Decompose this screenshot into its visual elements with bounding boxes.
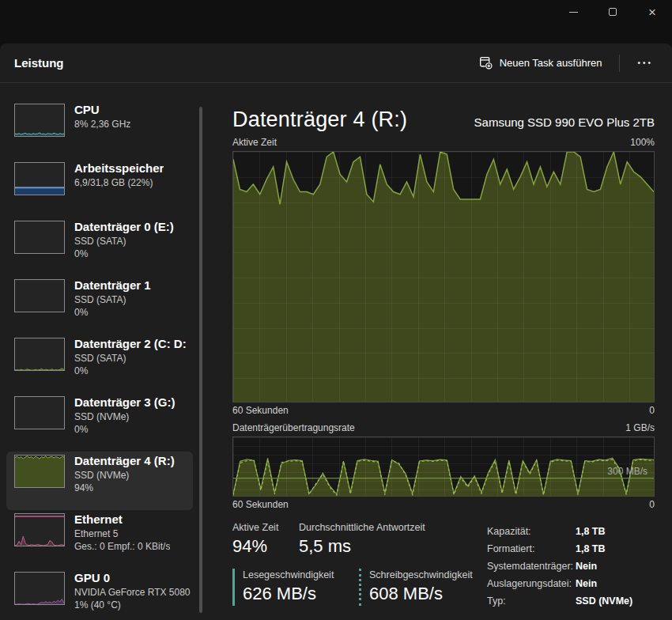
disk1-mini-chart <box>14 279 65 312</box>
sidebar-item-sub1: SSD (SATA) <box>74 293 151 306</box>
sidebar-item-title: Datenträger 2 (C: D: <box>74 336 187 352</box>
sidebar-item-sub1: SSD (SATA) <box>74 352 187 365</box>
chart1-x-left: 60 Sekunden <box>232 405 289 418</box>
chart2-max-label: 1 GB/s <box>625 422 655 435</box>
sidebar-item-title: GPU 0 <box>74 570 191 586</box>
chart1-max-label: 100% <box>630 137 655 149</box>
content-area: CPU 8% 2,36 GHz Arbeitsspeicher 6,9/31,8… <box>0 83 672 619</box>
disk-detail-panel: Datenträger 4 (R:) Samsung SSD 990 EVO P… <box>212 83 672 619</box>
gpu-mini-chart <box>14 572 65 605</box>
sidebar-item-sub2: 0% <box>74 423 176 436</box>
disk2-mini-chart <box>14 338 65 371</box>
disk3-mini-chart <box>14 396 65 429</box>
cpu-mini-chart <box>14 104 65 137</box>
disk0-mini-chart <box>14 221 65 254</box>
disk-model: Samsung SSD 990 EVO Plus 2TB <box>474 115 655 129</box>
sidebar-item-sub2: 94% <box>74 482 175 494</box>
disk4-mini-chart <box>14 455 65 488</box>
sidebar-item-disk3[interactable]: Datenträger 3 (G:) SSD (NVMe) 0% <box>6 393 193 452</box>
run-new-task-button[interactable]: Neuen Task ausführen <box>473 51 609 74</box>
app-surface: Leistung Neuen Task ausführen <box>0 43 672 620</box>
memory-mini-chart <box>14 162 65 195</box>
sidebar-item-memory[interactable]: Arbeitsspeicher 6,9/31,8 GB (22%) <box>6 159 193 217</box>
sidebar-item-sub1: SSD (NVMe) <box>74 469 175 482</box>
more-options-button[interactable]: ••• <box>631 55 659 70</box>
sidebar-item-title: Datenträger 3 (G:) <box>74 395 176 410</box>
task-manager-window: × Leistung Ne <box>0 0 672 620</box>
read-speed-stat: Lesegeschwindigkeit 626 MB/s <box>232 569 349 606</box>
close-icon: × <box>648 6 656 19</box>
sidebar-scrollbar[interactable] <box>199 107 202 613</box>
sidebar-item-sub1: Ethernet 5 <box>74 527 170 540</box>
sidebar-item-sub2: 0% <box>74 306 151 319</box>
sidebar-item-gpu0[interactable]: GPU 0 NVIDIA GeForce RTX 5080 1% (40 °C) <box>6 569 193 620</box>
write-speed-stat: Schreibgeschwindigkeit 608 MB/s <box>359 569 473 606</box>
transfer-rate-chart: 300 MB/s <box>232 437 655 497</box>
sidebar-item-title: Arbeitsspeicher <box>74 161 164 176</box>
sidebar-item-title: Ethernet <box>74 512 170 527</box>
active-time-chart <box>232 151 655 403</box>
sidebar-item-cpu[interactable]: CPU 8% 2,36 GHz <box>6 100 193 159</box>
sidebar-item-title: Datenträger 0 (E:) <box>74 219 174 235</box>
sidebar-item-sub2: 0% <box>74 365 187 377</box>
maximize-button[interactable] <box>593 0 632 24</box>
detail-capacity: Kapazität: 1,8 TB <box>487 523 655 540</box>
app-header: Leistung Neuen Task ausführen <box>0 43 672 83</box>
chart1-label: Aktive Zeit <box>232 137 277 149</box>
sidebar-item-sub2: 1% (40 °C) <box>74 599 191 611</box>
detail-system-disk: Systemdatenträger: Nein <box>487 558 655 575</box>
sidebar-item-sub1: 6,9/31,8 GB (22%) <box>74 176 164 189</box>
chart2-x-right: 0 <box>649 499 655 512</box>
run-new-task-label: Neuen Task ausführen <box>500 57 602 69</box>
sidebar-item-sub2: Ges.: 0 Empf.: 0 KBit/s <box>74 540 170 553</box>
sidebar-item-title: CPU <box>74 102 130 118</box>
close-button[interactable]: × <box>632 0 672 24</box>
sidebar-item-sub2: 0% <box>74 248 174 260</box>
marker-label: 300 MB/s <box>607 466 647 477</box>
minimize-icon <box>569 12 578 13</box>
sidebar-item-sub1: NVIDIA GeForce RTX 5080 <box>74 586 191 599</box>
header-actions: Neuen Task ausführen ••• <box>473 51 659 74</box>
window-controls: × <box>553 0 672 24</box>
page-title: Leistung <box>14 56 64 70</box>
detail-page-file: Auslagerungsdatei: Nein <box>487 575 655 592</box>
sidebar-item-sub1: SSD (NVMe) <box>74 410 176 423</box>
performance-sidebar: CPU 8% 2,36 GHz Arbeitsspeicher 6,9/31,8… <box>0 83 212 619</box>
disk-title: Datenträger 4 (R:) <box>232 108 407 132</box>
detail-type: Typ: SSD (NVMe) <box>487 592 655 610</box>
disk-details: Kapazität: 1,8 TB Formatiert: 1,8 TB Sys… <box>487 521 655 610</box>
chart2-x-left: 60 Sekunden <box>232 499 289 512</box>
sidebar-item-sub1: SSD (SATA) <box>74 235 174 248</box>
chart2-label: Datenträgerübertragungsrate <box>232 422 355 435</box>
chart1-x-right: 0 <box>649 405 655 418</box>
sidebar-item-disk2[interactable]: Datenträger 2 (C: D: SSD (SATA) 0% <box>6 335 193 393</box>
header-divider <box>619 55 620 72</box>
sidebar-item-disk1[interactable]: Datenträger 1 SSD (SATA) 0% <box>6 276 193 335</box>
sidebar-item-title: Datenträger 1 <box>74 278 151 293</box>
disk-stats: Aktive Zeit 94% Durchschnittliche Antwor… <box>232 521 655 610</box>
sidebar-item-disk0[interactable]: Datenträger 0 (E:) SSD (SATA) 0% <box>6 217 193 276</box>
detail-formatted: Formatiert: 1,8 TB <box>487 540 655 558</box>
ethernet-mini-chart <box>14 513 65 546</box>
maximize-icon <box>609 8 617 16</box>
sidebar-item-sub1: 8% 2,36 GHz <box>74 118 130 130</box>
response-time-stat: Durchschnittliche Antwortzeit 5,5 ms <box>299 521 425 558</box>
sidebar-item-title: Datenträger 4 (R:) <box>74 453 175 469</box>
sidebar-item-disk4[interactable]: Datenträger 4 (R:) SSD (NVMe) 94% <box>6 452 193 510</box>
sidebar-item-ethernet[interactable]: Ethernet Ethernet 5 Ges.: 0 Empf.: 0 KBi… <box>6 510 193 569</box>
active-time-stat: Aktive Zeit 94% <box>232 521 299 558</box>
minimize-button[interactable] <box>553 0 593 24</box>
new-task-icon <box>479 56 493 70</box>
window-titlebar: × <box>0 0 672 43</box>
